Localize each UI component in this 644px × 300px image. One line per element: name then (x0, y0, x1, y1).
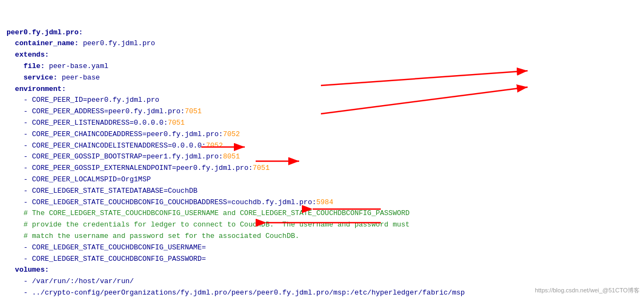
code-line: volumes: (7, 265, 637, 276)
code-line: - CORE_PEER_ID=peer0.fy.jdml.pro (7, 95, 637, 106)
watermark: https://blog.csdn.net/wei_@51CTO博客 (535, 286, 640, 296)
code-line: # The CORE_LEDGER_STATE_COUCHDBCONFIG_US… (7, 208, 637, 219)
code-line: - CORE_LEDGER_STATE_STATEDATABASE=CouchD… (7, 186, 637, 197)
code-line: environment: (7, 84, 637, 95)
code-line: - CORE_PEER_CHAINCODEADDRESS=peer0.fy.jd… (7, 129, 637, 140)
code-line: - CORE_LEDGER_STATE_COUCHDBCONFIG_PASSWO… (7, 254, 637, 265)
code-block: peer0.fy.jdml.pro: container_name: peer0… (7, 4, 637, 300)
code-line: - CORE_PEER_LISTENADDRESS=0.0.0.0:7051 (7, 118, 637, 129)
code-line: file: peer-base.yaml (7, 61, 637, 72)
code-line: # provide the credentials for ledger to … (7, 219, 637, 231)
code-line: service: peer-base (7, 72, 637, 84)
code-line: - CORE_LEDGER_STATE_COUCHDBCONFIG_COUCHD… (7, 197, 637, 209)
code-line: - CORE_PEER_CHAINCODELISTENADDRESS=0.0.0… (7, 140, 637, 152)
code-line: - CORE_LEDGER_STATE_COUCHDBCONFIG_USERNA… (7, 242, 637, 254)
code-line: # match the username and password set fo… (7, 231, 637, 242)
code-line: peer0.fy.jdml.pro: (7, 27, 637, 39)
code-line: - CORE_PEER_ADDRESS=peer0.fy.jdml.pro:70… (7, 106, 637, 118)
code-line: container_name: peer0.fy.jdml.pro (7, 38, 637, 50)
code-line: - CORE_PEER_LOCALMSPID=Org1MSP (7, 174, 637, 186)
code-line: - CORE_PEER_GOSSIP_BOOTSTRAP=peer1.fy.jd… (7, 151, 637, 163)
code-line: - CORE_PEER_GOSSIP_EXTERNALENDPOINT=peer… (7, 163, 637, 174)
code-line: extends: (7, 50, 637, 61)
